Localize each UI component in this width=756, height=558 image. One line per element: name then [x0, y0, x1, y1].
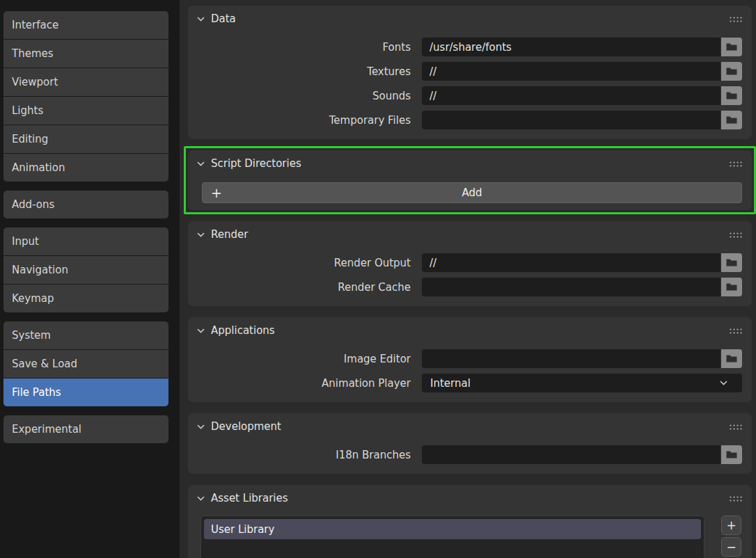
panel-data-header[interactable]: Data — [188, 6, 752, 32]
textures-input[interactable] — [422, 62, 720, 81]
animation-player-select[interactable]: Internal — [422, 374, 742, 392]
panel-applications-body: Image Editor Animation Player Internal — [188, 344, 752, 402]
panel-applications: Applications Image Editor Animation Play… — [188, 317, 752, 402]
panel-applications-header[interactable]: Applications — [188, 317, 752, 344]
grip-dots-icon[interactable] — [729, 424, 742, 430]
add-button-label: Add — [203, 186, 741, 199]
sidebar-group-addons: Add-ons — [3, 191, 168, 218]
chevron-down-icon — [197, 17, 205, 22]
panel-asset-libraries-header[interactable]: Asset Libraries — [188, 485, 752, 511]
field-row: Render Cache — [188, 278, 752, 296]
field-label: Fonts — [188, 41, 422, 54]
sidebar-item-themes[interactable]: Themes — [3, 40, 168, 67]
sidebar-item-save-load[interactable]: Save & Load — [3, 350, 168, 378]
panel-title: Script Directories — [211, 157, 301, 170]
sidebar-item-lights[interactable]: Lights — [3, 97, 168, 125]
panel-render: Render Render Output Render Cache — [188, 221, 752, 306]
panel-render-body: Render Output Render Cache — [188, 248, 752, 306]
panel-script-directories: Script Directories + Add — [188, 150, 752, 210]
sidebar-item-viewport[interactable]: Viewport — [3, 68, 168, 96]
field-row: Animation Player Internal — [188, 374, 752, 392]
sidebar-item-interface[interactable]: Interface — [3, 11, 168, 39]
temporary-files-input[interactable] — [422, 111, 720, 129]
sidebar-group-input: Input Navigation Keymap — [3, 228, 168, 312]
sidebar-group-experimental: Experimental — [3, 415, 168, 443]
file-paths-panel-area: Data Fonts Textures — [180, 0, 756, 558]
list-item-user-library[interactable]: User Library — [204, 519, 701, 539]
file-field — [422, 38, 742, 56]
file-field — [422, 62, 742, 81]
chevron-down-icon — [197, 496, 205, 501]
folder-browse-button[interactable] — [721, 62, 742, 81]
field-row: I18n Branches — [188, 445, 752, 464]
field-row: Textures — [188, 62, 752, 81]
preferences-sidebar: Interface Themes Viewport Lights Editing… — [0, 0, 180, 558]
field-row: Fonts — [188, 38, 752, 56]
field-label: Animation Player — [188, 377, 422, 390]
sidebar-item-keymap[interactable]: Keymap — [3, 285, 168, 312]
asset-library-list: User Library — [200, 516, 704, 558]
panel-development-header[interactable]: Development — [188, 413, 752, 440]
add-row: + Add — [188, 182, 752, 203]
image-editor-input[interactable] — [422, 349, 720, 368]
grip-dots-icon[interactable] — [729, 495, 742, 502]
folder-icon — [726, 258, 737, 267]
grip-dots-icon[interactable] — [729, 232, 742, 238]
field-label: Temporary Files — [188, 114, 422, 127]
field-row: Temporary Files — [188, 111, 752, 129]
folder-icon — [726, 91, 737, 100]
sidebar-item-animation[interactable]: Animation — [3, 154, 168, 182]
sidebar-item-navigation[interactable]: Navigation — [3, 256, 168, 284]
folder-browse-button[interactable] — [721, 111, 742, 129]
chevron-down-icon — [197, 328, 205, 333]
sounds-input[interactable] — [422, 86, 720, 105]
add-script-directory-button[interactable]: + Add — [202, 182, 742, 203]
panel-asset-libraries: Asset Libraries User Library + − — [188, 485, 752, 558]
file-field — [422, 349, 742, 368]
chevron-down-icon — [197, 161, 205, 166]
sidebar-item-experimental[interactable]: Experimental — [3, 415, 168, 443]
folder-browse-button[interactable] — [721, 445, 742, 464]
grip-dots-icon[interactable] — [729, 161, 742, 167]
chevron-down-icon — [720, 381, 727, 385]
sidebar-item-file-paths[interactable]: File Paths — [3, 378, 168, 406]
panel-script-directories-body: + Add — [188, 177, 752, 210]
file-field — [422, 111, 742, 129]
sidebar-item-system[interactable]: System — [3, 321, 168, 349]
panel-title: Asset Libraries — [211, 492, 288, 504]
chevron-down-icon — [197, 424, 205, 429]
panel-data: Data Fonts Textures — [188, 6, 752, 139]
sidebar-item-editing[interactable]: Editing — [3, 125, 168, 153]
render-output-input[interactable] — [422, 253, 720, 272]
render-cache-input[interactable] — [422, 278, 720, 296]
sidebar-item-input[interactable]: Input — [3, 228, 168, 255]
sidebar-group-system: System Save & Load File Paths — [3, 321, 168, 406]
folder-browse-button[interactable] — [721, 86, 742, 105]
fonts-input[interactable] — [422, 38, 720, 56]
remove-library-button[interactable]: − — [721, 537, 741, 557]
folder-browse-button[interactable] — [721, 349, 742, 368]
file-field — [422, 253, 742, 272]
file-field — [422, 278, 742, 296]
field-label: Render Output — [188, 257, 422, 269]
grip-dots-icon[interactable] — [729, 328, 742, 334]
file-field — [422, 86, 742, 105]
panel-script-directories-header[interactable]: Script Directories — [188, 150, 752, 177]
panel-render-header[interactable]: Render — [188, 221, 752, 248]
field-row: Render Output — [188, 253, 752, 272]
folder-icon — [726, 450, 737, 459]
folder-icon — [726, 115, 737, 125]
add-library-button[interactable]: + — [721, 516, 741, 535]
sidebar-item-addons[interactable]: Add-ons — [3, 191, 168, 218]
file-field — [422, 445, 742, 464]
panel-title: Data — [211, 13, 236, 25]
i18n-branches-input[interactable] — [422, 445, 720, 464]
panel-data-body: Fonts Textures Sounds — [188, 32, 752, 139]
folder-browse-button[interactable] — [721, 253, 742, 272]
grip-dots-icon[interactable] — [729, 16, 742, 22]
panel-title: Applications — [211, 324, 275, 337]
field-label: I18n Branches — [188, 449, 422, 461]
folder-browse-button[interactable] — [721, 278, 742, 296]
select-value: Internal — [430, 377, 471, 390]
folder-browse-button[interactable] — [721, 38, 742, 56]
